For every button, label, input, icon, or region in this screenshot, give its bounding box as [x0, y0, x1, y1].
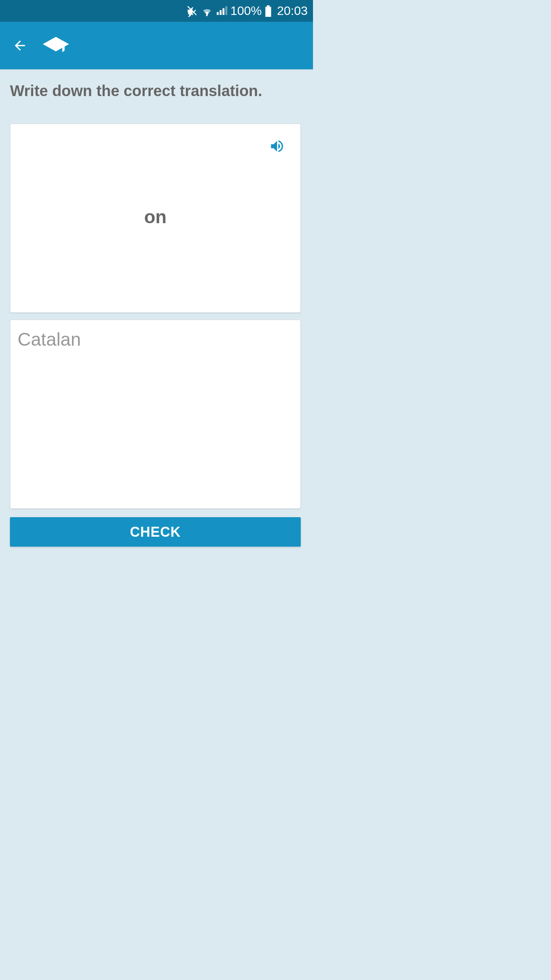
status-time: 20:03 [277, 4, 308, 18]
graduation-cap-icon [41, 34, 70, 57]
signal-icon [216, 5, 227, 17]
app-bar [0, 22, 313, 70]
svg-rect-0 [265, 7, 271, 16]
word-card: on [10, 124, 301, 313]
speaker-icon[interactable] [269, 138, 285, 154]
mute-icon [187, 5, 198, 17]
answer-card [10, 320, 301, 509]
status-bar: 100% 20:03 [0, 0, 313, 22]
battery-percent: 100% [230, 4, 262, 18]
translation-input[interactable] [18, 329, 293, 500]
svg-rect-1 [267, 5, 270, 7]
word-to-translate: on [144, 206, 167, 227]
content-area: Write down the correct translation. on C… [0, 70, 313, 547]
instruction-text: Write down the correct translation. [10, 81, 301, 101]
wifi-icon [201, 5, 213, 17]
battery-icon [265, 5, 272, 17]
back-arrow-icon[interactable] [12, 38, 28, 53]
check-button[interactable]: CHECK [10, 517, 301, 547]
